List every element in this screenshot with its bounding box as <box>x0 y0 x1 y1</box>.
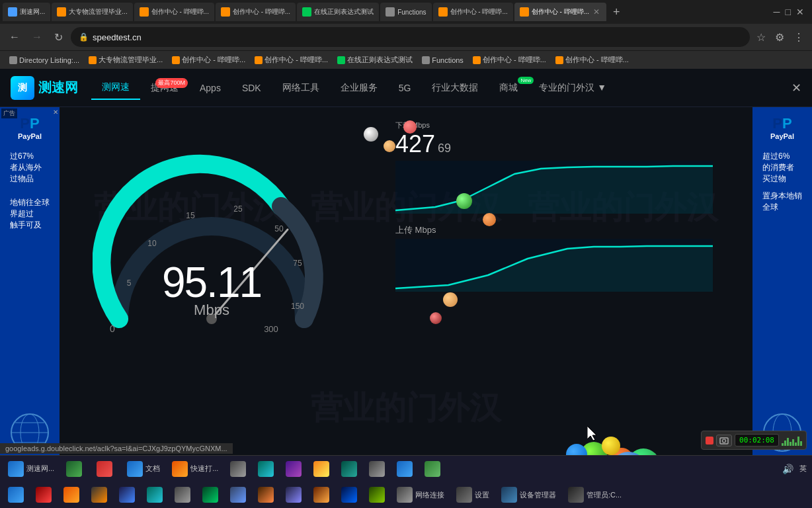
taskbar-devmgr[interactable]: 设备管理器 <box>496 484 561 506</box>
taskbar-admin[interactable]: 管理员:C... <box>563 484 627 506</box>
svg-marker-22 <box>587 426 596 441</box>
nav-close-icon[interactable]: ✕ <box>792 81 801 95</box>
svg-text:75: 75 <box>293 259 302 268</box>
taskbar-bottom-9[interactable] <box>225 484 251 506</box>
taskbar-bottom-11[interactable] <box>280 484 307 506</box>
taskbar-item-excel[interactable] <box>61 458 90 480</box>
nav-enterprise[interactable]: 企业服务 <box>330 77 388 99</box>
refresh-button[interactable]: ↻ <box>50 28 67 46</box>
bookmark-label-3: 创作中心 - 哔哩哔... <box>182 55 245 65</box>
taskbar-bottom-icon-13 <box>341 487 357 503</box>
tab-3[interactable]: 创作中心 - 哔哩哔... <box>134 3 214 21</box>
nav-tools[interactable]: 网络工具 <box>272 77 330 99</box>
nav-sdk[interactable]: SDK <box>231 77 272 99</box>
new-tab-button[interactable]: + <box>608 5 626 19</box>
bookmark-star-icon[interactable]: ☆ <box>754 28 768 46</box>
taskbar-item-speedtest[interactable]: 测速网... <box>3 458 60 480</box>
clock-time: 英 <box>799 464 807 474</box>
tab-8[interactable]: 创作中心 - 哔哩哔... ✕ <box>514 3 606 21</box>
tab-4[interactable]: 创作中心 - 哔哩哔... <box>216 3 296 21</box>
bookmark-directory[interactable]: Directory Listing:... <box>5 55 83 65</box>
extensions-icon[interactable]: ⚙ <box>772 28 787 46</box>
nav-5g[interactable]: 5G <box>388 77 422 99</box>
taskbar-bottom-8[interactable] <box>197 484 223 506</box>
taskbar-bottom-icon-5 <box>119 487 135 503</box>
ad-close-left[interactable]: ✕ <box>53 108 58 116</box>
nav-tisudu[interactable]: 提网速 最高700M <box>140 77 189 99</box>
tab-7[interactable]: 创作中心 - 哔哩哔... <box>433 3 513 21</box>
tab-label-4: 创作中心 - 哔哩哔... <box>233 7 290 17</box>
taskbar-bottom-icon-8 <box>202 487 218 503</box>
minimize-icon[interactable]: ─ <box>774 7 780 17</box>
taskbar-item-8[interactable] <box>308 458 335 480</box>
tab-6[interactable]: Functions <box>380 3 431 21</box>
site-header: 测 测速网 测网速 提网速 最高700M Apps SDK 网络工具 <box>0 69 812 107</box>
tab-1[interactable]: 测速网... <box>3 3 50 21</box>
nav-bigdata[interactable]: 行业大数据 <box>421 77 489 99</box>
taskbar-icon-network <box>397 487 413 503</box>
nav-label-user: 专业的门外汉 ▼ <box>539 82 606 93</box>
taskbar-icon-11 <box>397 461 413 477</box>
ball-6 <box>443 292 458 307</box>
back-button[interactable]: ← <box>5 28 24 46</box>
taskbar-label-settings: 设置 <box>475 490 489 500</box>
taskbar-bottom-2[interactable] <box>30 484 57 506</box>
taskbar-icon-excel <box>66 461 82 477</box>
address-bar[interactable]: 🔒 speedtest.cn <box>71 27 750 47</box>
taskbar-bottom-14[interactable] <box>364 484 390 506</box>
tab-bar: 测速网... 大专物流管理毕业... 创作中心 - 哔哩哔... 创作中心 - … <box>0 0 812 24</box>
taskbar-bottom-4[interactable] <box>86 484 112 506</box>
tab-2[interactable]: 大专物流管理毕业... <box>52 3 132 21</box>
taskbar-item-6[interactable] <box>253 458 279 480</box>
svg-text:10: 10 <box>147 239 157 248</box>
taskbar-label-quick: 快速打... <box>190 464 218 474</box>
taskbar-item-11[interactable] <box>391 458 418 480</box>
taskbar-icon-word <box>127 461 143 477</box>
svg-text:300: 300 <box>264 324 278 334</box>
bookmark-bilibili-1[interactable]: 创作中心 - 哔哩哔... <box>168 54 249 66</box>
nav-shop[interactable]: 商城 New <box>489 77 528 99</box>
nav-apps[interactable]: Apps <box>189 77 231 99</box>
taskbar-item-9[interactable] <box>336 458 362 480</box>
volume-icon[interactable]: 🔊 <box>778 460 797 478</box>
capture-button[interactable] <box>716 435 732 446</box>
taskbar-item-word[interactable]: 文档 <box>122 458 165 480</box>
tab-close-8[interactable]: ✕ <box>592 7 601 17</box>
taskbar-bottom-1[interactable] <box>3 484 29 506</box>
taskbar-bottom-10[interactable] <box>253 484 279 506</box>
taskbar-bottom-5[interactable] <box>114 484 140 506</box>
taskbar-settings[interactable]: 设置 <box>451 484 495 506</box>
tab-5[interactable]: 在线正则表达式测试 <box>297 3 379 21</box>
bookmark-bilibili-4[interactable]: 创作中心 - 哔哩哔... <box>551 54 633 66</box>
bookmark-favicon-1 <box>9 56 17 64</box>
paypal-logo-left: PP PayPal <box>15 107 44 148</box>
download-sub: 69 <box>438 142 451 155</box>
ad-label-left: 广告 <box>1 108 17 118</box>
taskbar-network[interactable]: 网络连接 <box>391 484 450 506</box>
taskbar-bottom-13[interactable] <box>336 484 362 506</box>
taskbar-bottom-12[interactable] <box>308 484 335 506</box>
taskbar-item-10[interactable] <box>364 458 390 480</box>
browser-menu-icon[interactable]: ⋮ <box>791 28 807 46</box>
taskbar-item-red[interactable] <box>91 458 120 480</box>
nav-user[interactable]: 专业的门外汉 ▼ <box>528 77 617 99</box>
taskbar-bottom-3[interactable] <box>58 484 85 506</box>
forward-button[interactable]: → <box>28 28 46 46</box>
taskbar-item-5[interactable] <box>225 458 251 480</box>
taskbar-item-7[interactable] <box>280 458 307 480</box>
capture-time: 00:02:08 <box>735 434 779 446</box>
taskbar-item-quick[interactable]: 快速打... <box>167 458 223 480</box>
bookmark-bilibili-3[interactable]: 创作中心 - 哔哩哔... <box>469 54 550 66</box>
site-logo[interactable]: 测 测速网 <box>11 76 78 100</box>
maximize-icon[interactable]: □ <box>786 7 791 17</box>
bookmark-functions[interactable]: Functions <box>418 55 467 65</box>
close-window-icon[interactable]: ✕ <box>796 7 804 17</box>
taskbar-item-12[interactable] <box>419 458 446 480</box>
bookmark-wuliu[interactable]: 大专物流管理毕业... <box>85 54 167 66</box>
ball-1 <box>364 127 378 142</box>
bookmark-bilibili-2[interactable]: 创作中心 - 哔哩哔... <box>251 54 332 66</box>
taskbar-bottom-7[interactable] <box>169 484 196 506</box>
bookmark-regex[interactable]: 在线正则表达式测试 <box>333 54 417 66</box>
taskbar-bottom-6[interactable] <box>142 484 168 506</box>
nav-cesudu[interactable]: 测网速 <box>91 76 140 100</box>
